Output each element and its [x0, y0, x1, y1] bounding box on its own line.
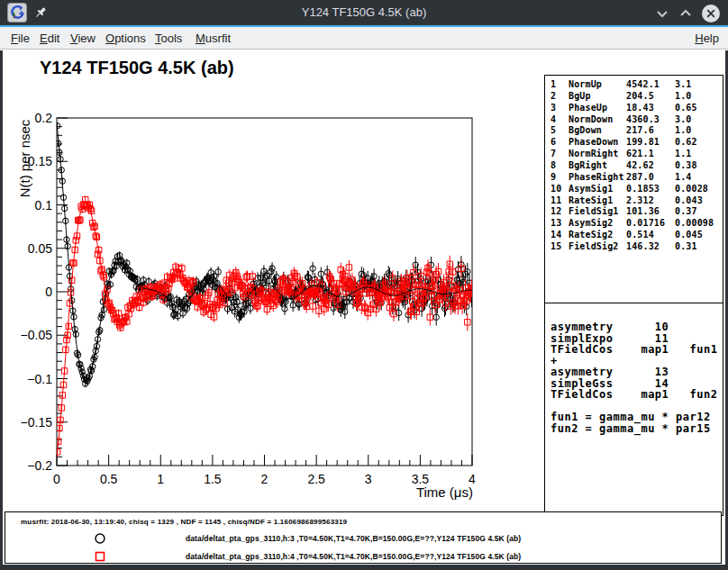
y-axis-title: N(t) per nsec — [17, 119, 32, 197]
menubar: FileEditViewOptionsToolsMusrfitHelp — [0, 27, 728, 50]
root-canvas: Y124 TF150G 4.5K (ab)00.511.522.533.54Ti… — [0, 50, 728, 565]
param-row: 10AsymSig10.18530.0028 — [551, 184, 723, 195]
legend-circle-icon — [93, 531, 107, 546]
maximize-button[interactable] — [676, 4, 696, 23]
series-circle-data — [54, 122, 474, 387]
x-axis-title: Time (μs) — [416, 484, 473, 500]
window-title: Y124 TF150G 4.5K (ab) — [0, 0, 728, 25]
window-border-left — [0, 50, 3, 570]
menu-view[interactable]: View — [68, 27, 97, 50]
legend-label: data/deltat_pta_gps_3110,h:4 ,T0=4.50K,T… — [186, 552, 521, 561]
param-row: 15FieldSig2146.320.31 — [551, 241, 723, 253]
x-tick-label: 3 — [365, 472, 372, 486]
param-row: 1NormUp4542.13.1 — [551, 79, 723, 91]
legend-entry: data/deltat_pta_gps_3110,h:4 ,T0=4.50K,T… — [5, 549, 721, 564]
param-row: 7NormRight621.11.1 — [551, 149, 723, 160]
plot-title: Y124 TF150G 4.5K (ab) — [40, 58, 234, 77]
param-row: 4NormDown4360.33.0 — [551, 114, 723, 126]
titlebar[interactable]: Y124 TF150G 4.5K (ab) — [0, 0, 728, 25]
y-tick-label: −0.05 — [21, 328, 53, 342]
close-button[interactable] — [701, 4, 721, 23]
menu-musrfit[interactable]: Musrfit — [194, 27, 232, 50]
y-tick-label: −0.15 — [21, 415, 53, 430]
window-border-bottom — [0, 565, 728, 570]
y-tick-label: 0 — [45, 285, 52, 299]
y-tick-label: −0.1 — [27, 372, 52, 386]
param-row: 11RateSig12.3120.043 — [551, 195, 723, 207]
x-tick-label: 0.5 — [100, 472, 118, 486]
x-tick-label: 1 — [157, 472, 164, 486]
x-tick-label: 1.5 — [204, 472, 222, 486]
param-row: 9PhaseRight287.01.4 — [551, 172, 723, 184]
menu-options[interactable]: Options — [104, 27, 148, 50]
menu-tools[interactable]: Tools — [153, 27, 184, 50]
minimize-button[interactable] — [652, 4, 672, 23]
param-row: 3PhaseUp18.430.65 — [551, 103, 723, 114]
legend-square-icon — [93, 549, 107, 564]
musrfit-window: Y124 TF150G 4.5K (ab) FileEditViewOption… — [0, 0, 728, 570]
y-tick-label: 0.2 — [35, 111, 53, 125]
legend-label: data/deltat_pta_gps_3110,h:3 ,T0=4.50K,T… — [186, 534, 521, 543]
x-axis: 00.511.522.533.54Time (μs) — [53, 455, 476, 500]
theory-text: asymmetry 10 simplExpo 11 TFieldCos map1… — [551, 321, 723, 434]
legend-entry: data/deltat_pta_gps_3110,h:3 ,T0=4.50K,T… — [5, 531, 721, 546]
param-row: 8BgRight42.620.38 — [551, 160, 723, 172]
param-row: 13AsymSig20.017160.00098 — [551, 218, 723, 230]
fit-parameter-box: 1NormUp4542.13.12BgUp204.51.03PhaseUp18.… — [544, 75, 723, 303]
param-row: 12FieldSig1101.360.37 — [551, 206, 723, 218]
y-tick-label: 0.1 — [35, 198, 53, 213]
menu-help[interactable]: Help — [693, 27, 721, 50]
x-tick-label: 2.5 — [307, 472, 325, 486]
x-tick-label: 0 — [53, 472, 60, 486]
param-row: 6PhaseDown199.810.62 — [551, 137, 723, 149]
fit-status-line: musrfit: 2018-06-30, 13:19:40, chisq = 1… — [21, 518, 347, 526]
x-tick-label: 2 — [261, 472, 268, 486]
y-tick-label: 0.05 — [28, 241, 52, 256]
info-footer-box: musrfit: 2018-06-30, 13:19:40, chisq = 1… — [5, 511, 722, 564]
theory-box: asymmetry 10 simplExpo 11 TFieldCos map1… — [544, 303, 723, 516]
param-row: 14RateSig20.5140.045 — [551, 230, 723, 241]
menu-file[interactable]: File — [9, 27, 32, 50]
menu-edit[interactable]: Edit — [38, 27, 61, 50]
series-square-data — [54, 196, 474, 456]
param-row: 5BgDown217.61.0 — [551, 125, 723, 137]
y-tick-label: −0.2 — [27, 458, 52, 473]
theory-curve — [57, 202, 472, 457]
param-row: 2BgUp204.51.0 — [551, 91, 723, 103]
